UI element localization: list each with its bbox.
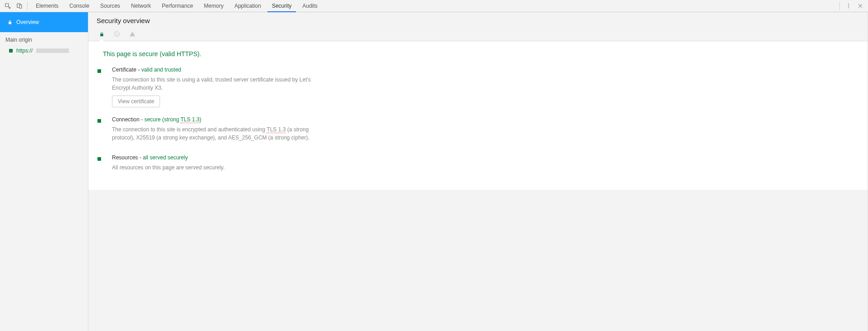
secure-indicator-icon [97,157,101,161]
device-toggle-icon[interactable] [15,1,24,11]
certificate-section: Certificate - valid and trusted The conn… [97,67,858,107]
svg-point-8 [117,33,117,33]
inspect-icon[interactable] [3,1,13,11]
security-state-icons [97,29,859,41]
view-certificate-button[interactable]: View certificate [112,96,160,107]
sidebar-section-main-origin: Main origin [0,32,88,46]
dash: - [136,67,141,73]
secure-indicator-icon [9,49,13,53]
tab-elements[interactable]: Elements [30,0,64,12]
certificate-title: Certificate - valid and trusted [112,67,311,73]
security-main: Security overview [88,12,868,331]
tab-audits[interactable]: Audits [297,0,323,12]
connection-desc-a: The connection to this site is encrypted… [112,126,267,133]
lock-icon [98,31,105,37]
devtools-tabs: Elements Console Sources Network Perform… [30,0,323,12]
tab-application[interactable]: Application [229,0,267,12]
connection-title: Connection - secure (strong TLS 1.3) [112,116,311,123]
sidebar-origin-item[interactable]: https:// [0,46,88,56]
svg-point-4 [848,5,849,6]
more-icon[interactable] [844,1,853,11]
connection-title-pre: Connection [112,116,140,123]
close-icon[interactable] [855,1,865,11]
devtools-toolbar: Elements Console Sources Network Perform… [0,0,868,12]
resources-title-pre: Resources [112,154,138,161]
security-content: This page is secure (valid HTTPS). Certi… [88,41,868,190]
svg-point-3 [848,4,849,5]
security-header: Security overview [88,12,868,41]
dash: - [138,154,143,161]
secure-indicator-icon [97,69,101,73]
certificate-description: The connection to this site is using a v… [112,76,311,92]
security-sidebar: Overview Main origin https:// [0,12,88,331]
sidebar-overview-label: Overview [16,19,39,25]
toolbar-separator-right [839,2,840,10]
tab-performance[interactable]: Performance [156,0,199,12]
resources-title: Resources - all served securely [112,154,225,161]
info-icon [114,31,120,37]
connection-desc-tls: TLS 1.3 [267,126,286,133]
svg-rect-2 [19,5,22,9]
toolbar-separator [27,2,28,10]
connection-status-a: secure (strong [144,116,180,123]
resources-section: Resources - all served securely All reso… [97,154,858,175]
connection-status-b: ) [199,116,201,123]
tab-security[interactable]: Security [267,0,297,12]
resources-status: all served securely [143,154,188,161]
connection-section: Connection - secure (strong TLS 1.3) The… [97,116,858,145]
sidebar-overview[interactable]: Overview [0,12,88,32]
lock-icon [7,19,13,25]
tab-memory[interactable]: Memory [199,0,229,12]
resources-description: All resources on this page are served se… [112,163,225,172]
tab-console[interactable]: Console [64,0,95,12]
origin-url-redacted [36,48,69,53]
connection-tls-version: TLS 1.3 [180,116,199,123]
tab-sources[interactable]: Sources [95,0,126,12]
tab-network[interactable]: Network [126,0,156,12]
connection-description: The connection to this site is encrypted… [112,125,311,142]
empty-area [88,190,868,331]
certificate-status: valid and trusted [141,67,181,73]
origin-url-prefix: https:// [16,48,33,54]
page-title: Security overview [97,17,859,24]
secure-indicator-icon [97,119,101,123]
warning-icon [129,31,136,37]
certificate-title-pre: Certificate [112,67,136,73]
svg-point-5 [848,7,849,8]
security-panel: Overview Main origin https:// Security o… [0,12,868,331]
secure-banner: This page is secure (valid HTTPS). [103,50,858,58]
dash: - [140,116,145,123]
